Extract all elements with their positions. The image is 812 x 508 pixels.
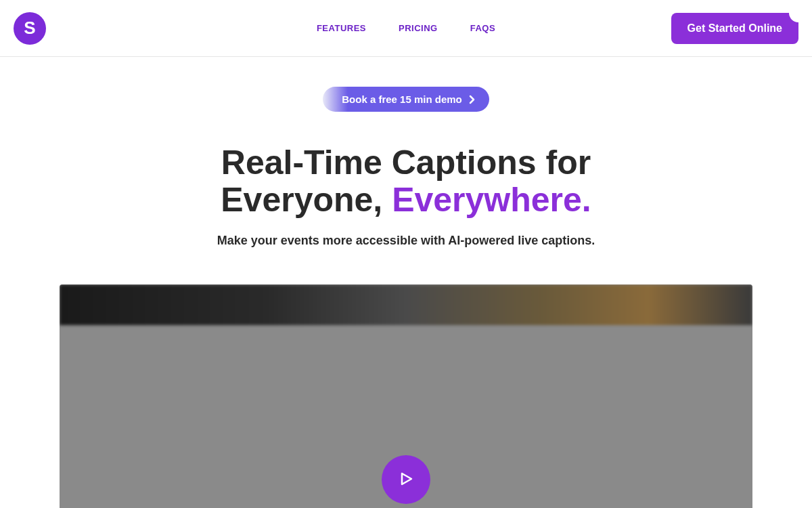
nav-faqs[interactable]: FAQS [470,23,495,33]
demo-button-label: Book a free 15 min demo [342,93,462,105]
get-started-button[interactable]: Get Started Online [671,13,798,44]
hero-section: Book a free 15 min demo Real-Time Captio… [0,57,812,508]
play-button[interactable] [382,455,430,504]
nav-features[interactable]: FEATURES [317,23,366,33]
hero-title-line1: Real-Time Captions for [221,144,591,182]
hero-title: Real-Time Captions for Everyone, Everywh… [149,144,663,219]
book-demo-button[interactable]: Book a free 15 min demo [323,87,489,112]
hero-title-highlight: Everywhere. [392,181,591,219]
logo-letter: S [24,18,35,39]
logo[interactable]: S [14,12,46,45]
hero-subtitle: Make your events more accessible with AI… [0,234,812,248]
play-icon [398,471,414,489]
main-nav: FEATURES PRICING FAQS [317,23,495,33]
video-thumbnail-band [60,284,752,325]
nav-pricing[interactable]: PRICING [399,23,438,33]
header: S FEATURES PRICING FAQS Get Started Onli… [0,0,812,57]
hero-title-line2-prefix: Everyone, [221,181,392,219]
chevron-right-icon [469,95,476,104]
video-container [60,284,752,508]
